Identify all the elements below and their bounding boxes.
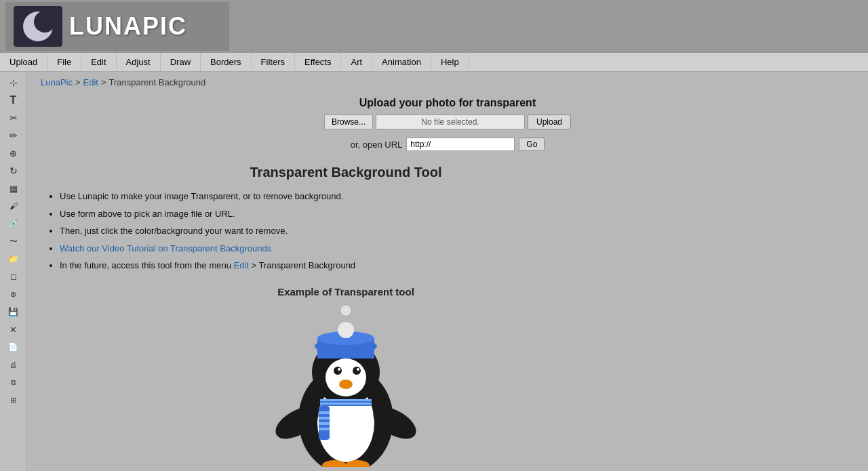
move-tool-icon[interactable]: ⊹ (4, 75, 23, 91)
breadcrumb-sep1: > (75, 77, 81, 87)
upload-button[interactable]: Upload (528, 115, 571, 129)
nav-help[interactable]: Help (431, 53, 469, 71)
header: LUNAPIC (0, 0, 868, 53)
logo-icon (14, 6, 62, 47)
text-tool-icon[interactable]: T (4, 92, 23, 108)
nav-upload[interactable]: Upload (0, 53, 47, 71)
file-input-display: No file selected. (376, 115, 525, 129)
breadcrumb: LunaPic > Edit > Transparent Background (41, 77, 854, 87)
logo-box: LUNAPIC (5, 2, 229, 51)
svg-point-16 (338, 322, 354, 338)
nav-file[interactable]: File (47, 53, 81, 71)
tool-section: Transparent Background Tool Use Lunapic … (41, 165, 651, 467)
grid-tool-icon[interactable]: ▦ (4, 180, 23, 197)
nav-art[interactable]: Art (341, 53, 372, 71)
breadcrumb-current: Transparent Background (109, 77, 206, 87)
logo-text: LUNAPIC (69, 12, 187, 41)
nav-draw[interactable]: Draw (161, 53, 201, 71)
content-area: LunaPic > Edit > Transparent Background … (27, 72, 868, 471)
svg-point-10 (353, 367, 361, 375)
close-tool-icon[interactable]: ✕ (4, 321, 23, 337)
svg-point-1 (34, 11, 56, 33)
folder-tool-icon[interactable]: 📁 (4, 251, 23, 267)
go-button[interactable]: Go (519, 138, 545, 151)
nav-adjust[interactable]: Adjust (117, 53, 161, 71)
eyedropper-tool-icon[interactable]: 💉 (4, 216, 23, 232)
list-item-4: Watch our Video Tutorial on Transparent … (60, 242, 651, 255)
print-tool-icon[interactable]: 🖨 (4, 356, 23, 373)
list-item-2: Use form above to pick an image file or … (60, 207, 651, 221)
smudge-tool-icon[interactable]: 〜 (4, 233, 23, 249)
brush-tool-icon[interactable]: 🖌 (4, 198, 23, 214)
penguin-svg (210, 304, 481, 467)
breadcrumb-edit[interactable]: Edit (83, 77, 98, 87)
browse-button[interactable]: Browse... (324, 115, 373, 129)
nav-filters[interactable]: Filters (252, 53, 295, 71)
svg-point-8 (338, 368, 340, 371)
svg-rect-20 (320, 399, 372, 401)
tool-title: Transparent Background Tool (41, 165, 651, 180)
nav-effects[interactable]: Effects (295, 53, 342, 71)
upload-title: Upload your photo for transparent (41, 97, 854, 109)
example-section: Example of Transparent tool (41, 286, 651, 467)
edit-menu-link[interactable]: Edit (234, 260, 249, 270)
layers-tool-icon[interactable]: ⊞ (4, 392, 23, 408)
svg-point-5 (326, 359, 366, 396)
pencil-tool-icon[interactable]: ✏ (4, 127, 23, 144)
svg-rect-26 (319, 428, 330, 430)
upload-row: Browse... No file selected. Upload (41, 115, 854, 129)
transparency-indicator (340, 304, 352, 316)
svg-point-11 (357, 368, 359, 371)
navbar: Upload File Edit Adjust Draw Borders Fil… (0, 53, 868, 72)
url-row: or, open URL Go (41, 138, 854, 151)
svg-point-7 (334, 367, 342, 375)
stamp-tool-icon[interactable]: ⊛ (4, 286, 23, 302)
new-doc-icon[interactable]: 📄 (4, 339, 23, 355)
upload-section: Upload your photo for transparent Browse… (41, 97, 854, 151)
svg-point-12 (339, 380, 353, 389)
breadcrumb-sep2: > (101, 77, 106, 87)
rotate-tool-icon[interactable]: ↻ (4, 163, 23, 179)
svg-rect-24 (319, 417, 330, 419)
video-tutorial-link[interactable]: Watch our Video Tutorial on Transparent … (60, 243, 271, 253)
main-layout: ⊹ T ✂ ✏ ⊕ ↻ ▦ 🖌 💉 〜 📁 ◻ ⊛ 💾 ✕ 📄 🖨 ⧉ ⊞ Lu… (0, 72, 868, 471)
list-item-5: In the future, access this tool from the… (60, 259, 651, 272)
save-tool-icon[interactable]: 💾 (4, 304, 23, 320)
url-input[interactable] (406, 138, 515, 151)
cut-tool-icon[interactable]: ✂ (4, 110, 23, 126)
svg-rect-23 (319, 411, 330, 414)
example-title: Example of Transparent tool (41, 286, 651, 298)
sidebar: ⊹ T ✂ ✏ ⊕ ↻ ▦ 🖌 💉 〜 📁 ◻ ⊛ 💾 ✕ 📄 🖨 ⧉ ⊞ (0, 72, 27, 471)
svg-rect-21 (320, 403, 372, 405)
nav-animation[interactable]: Animation (372, 53, 431, 71)
zoom-tool-icon[interactable]: ⊕ (4, 145, 23, 161)
list-item-1: Use Lunapic to make your image Transpare… (60, 190, 651, 203)
svg-rect-25 (319, 422, 330, 425)
copy-tool-icon[interactable]: ⧉ (4, 374, 23, 390)
url-label: or, open URL (351, 140, 403, 150)
breadcrumb-lunapic[interactable]: LunaPic (41, 77, 73, 87)
nav-edit[interactable]: Edit (81, 53, 116, 71)
penguin-area (210, 304, 481, 467)
list-item-3: Then, just click the color/background yo… (60, 224, 651, 238)
nav-borders[interactable]: Borders (201, 53, 252, 71)
bullet-list: Use Lunapic to make your image Transpare… (41, 190, 651, 272)
eraser-tool-icon[interactable]: ◻ (4, 268, 23, 285)
